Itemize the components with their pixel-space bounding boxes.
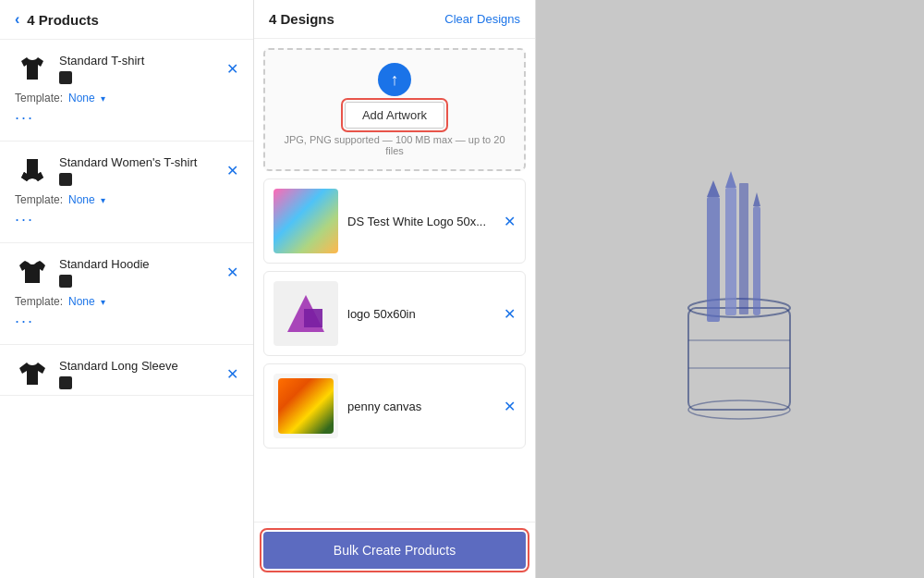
product-name-col-3: Standard Hoodie	[59, 257, 150, 288]
add-artwork-button[interactable]: Add Artwork	[345, 102, 444, 129]
design-item-1: DS Test White Logo 50x... ✕	[263, 178, 526, 264]
product-name-col-2: Standard Women's T-shirt	[59, 155, 197, 186]
designs-count-title: 4 Designs	[269, 11, 334, 27]
design-name-1: DS Test White Logo 50x...	[347, 215, 494, 228]
template-dropdown-arrow-2[interactable]: ▾	[101, 195, 105, 205]
design-remove-btn-1[interactable]: ✕	[504, 213, 516, 230]
product-name-1: Standard T-shirt	[59, 54, 144, 68]
clear-designs-button[interactable]: Clear Designs	[444, 12, 520, 26]
product-thumb-2	[15, 153, 50, 188]
product-item-4: Standard Long Sleeve ✕	[0, 345, 253, 396]
designs-list: ↑ Add Artwork JPG, PNG supported — 100 M…	[254, 39, 535, 522]
product-name-col-4: Standard Long Sleeve	[59, 359, 178, 389]
product-thumb-4	[15, 356, 50, 391]
design-item-2: logo 50x60in ✕	[263, 271, 526, 356]
lion-image	[278, 378, 334, 434]
svg-rect-12	[753, 206, 760, 315]
upload-icon: ↑	[378, 63, 411, 96]
left-header: ‹ 4 Products	[0, 0, 253, 40]
svg-rect-11	[739, 183, 748, 314]
product-remove-btn-3[interactable]: ✕	[226, 264, 238, 281]
upload-hint-text: JPG, PNG supported — 100 MB max — up to …	[278, 134, 511, 156]
design-thumbnail-1	[274, 189, 338, 253]
svg-rect-9	[725, 188, 736, 315]
tshirt-icon-2	[18, 155, 47, 185]
product-item-2: Standard Women's T-shirt ✕ Template: Non…	[0, 141, 253, 243]
upload-area[interactable]: ↑ Add Artwork JPG, PNG supported — 100 M…	[263, 48, 526, 171]
product-remove-btn-4[interactable]: ✕	[226, 365, 238, 383]
bulk-create-section: Bulk Create Products	[254, 522, 535, 578]
product-name-3: Standard Hoodie	[59, 257, 150, 271]
product-info-2: Standard Women's T-shirt	[15, 153, 197, 188]
template-label-1: Template:	[15, 92, 63, 105]
logo-shape-svg	[278, 286, 334, 341]
product-dots-3[interactable]: ···	[15, 310, 238, 340]
product-color-swatch-3	[59, 275, 72, 288]
template-label-3: Template:	[15, 295, 63, 308]
product-remove-btn-2[interactable]: ✕	[226, 162, 238, 179]
design-remove-btn-2[interactable]: ✕	[504, 305, 516, 323]
bulk-create-button[interactable]: Bulk Create Products	[263, 532, 526, 569]
design-name-3: penny canvas	[347, 400, 494, 413]
svg-rect-1	[304, 309, 322, 327]
tshirt-icon-1	[18, 54, 47, 83]
hoodie-icon	[18, 257, 47, 287]
template-row-3: Template: None ▾	[15, 289, 238, 310]
product-color-swatch-4	[59, 376, 72, 389]
longsleeve-icon	[18, 359, 47, 388]
back-button[interactable]: ‹	[15, 11, 19, 28]
design-name-2: logo 50x60in	[347, 307, 494, 321]
svg-marker-13	[753, 192, 760, 206]
design-remove-btn-3[interactable]: ✕	[504, 398, 516, 415]
product-name-4: Standard Long Sleeve	[59, 359, 178, 373]
product-dots-1[interactable]: ···	[15, 106, 238, 137]
product-thumb-3	[15, 254, 50, 289]
template-dropdown-arrow-1[interactable]: ▾	[101, 93, 105, 104]
product-info-1: Standard T-shirt	[15, 51, 144, 86]
product-preview-svg	[628, 141, 832, 437]
template-row-1: Template: None ▾	[15, 86, 238, 106]
product-item-1: Standard T-shirt ✕ Template: None ▾ ···	[0, 40, 253, 141]
product-remove-btn-1[interactable]: ✕	[226, 60, 238, 78]
product-thumb-1	[15, 51, 50, 86]
upload-arrow-icon: ↑	[391, 70, 399, 90]
product-name-2: Standard Women's T-shirt	[59, 155, 197, 169]
product-name-col-1: Standard T-shirt	[59, 54, 144, 84]
template-value-3[interactable]: None	[68, 295, 95, 308]
template-value-2[interactable]: None	[68, 193, 95, 206]
left-panel: ‹ 4 Products Standard T-shirt ✕ Template…	[0, 0, 254, 578]
product-color-swatch-2	[59, 173, 72, 186]
design-item-3: penny canvas ✕	[263, 363, 526, 449]
svg-marker-8	[707, 180, 720, 197]
svg-rect-7	[707, 197, 720, 322]
svg-rect-2	[688, 308, 790, 410]
product-item-3: Standard Hoodie ✕ Template: None ▾ ···	[0, 243, 253, 345]
product-info-3: Standard Hoodie	[15, 254, 150, 289]
product-dots-2[interactable]: ···	[15, 208, 238, 239]
design-thumbnail-3	[274, 374, 338, 438]
right-panel	[536, 0, 924, 578]
template-value-1[interactable]: None	[68, 92, 95, 105]
products-count-title: 4 Products	[27, 12, 99, 28]
design-thumbnail-2	[274, 281, 338, 346]
svg-marker-10	[725, 171, 736, 188]
middle-header: 4 Designs Clear Designs	[254, 0, 535, 39]
template-dropdown-arrow-3[interactable]: ▾	[101, 297, 105, 307]
middle-panel: 4 Designs Clear Designs ↑ Add Artwork JP…	[254, 0, 536, 578]
template-row-2: Template: None ▾	[15, 188, 238, 208]
template-label-2: Template:	[15, 193, 63, 206]
product-color-swatch-1	[59, 71, 72, 84]
product-info-4: Standard Long Sleeve	[15, 356, 178, 391]
